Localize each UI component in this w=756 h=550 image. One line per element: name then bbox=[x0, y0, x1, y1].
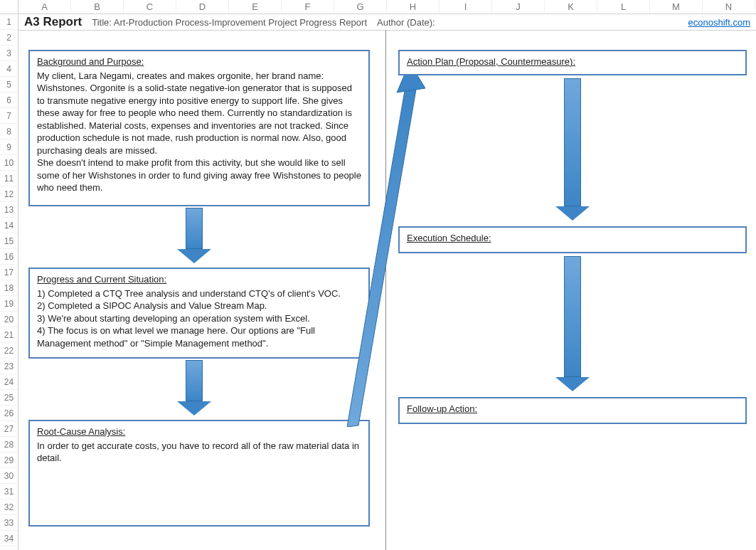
box-actionplan: Action Plan (Proposal, Countermeasure): bbox=[398, 50, 747, 75]
row-header[interactable]: 9 bbox=[0, 139, 18, 155]
box-rootcause: Root-Cause Analysis: In order to get acc… bbox=[28, 420, 370, 527]
box-progress-body: 1) Completed a CTQ Tree analysis and und… bbox=[37, 287, 361, 350]
row-header[interactable]: 30 bbox=[0, 468, 18, 484]
column-header[interactable]: I bbox=[440, 0, 492, 14]
row-header[interactable]: 7 bbox=[0, 108, 18, 124]
row-header[interactable]: 24 bbox=[0, 374, 18, 390]
row-header[interactable]: 3 bbox=[0, 46, 18, 61]
box-background: Background and Purpose: My client, Lara … bbox=[28, 50, 370, 206]
row-header[interactable]: 12 bbox=[0, 186, 18, 202]
row-header[interactable]: 11 bbox=[0, 171, 18, 186]
row-headers: 1234567891011121314151617181920212223242… bbox=[0, 14, 18, 550]
row-header[interactable]: 6 bbox=[0, 92, 18, 108]
row-header[interactable]: 2 bbox=[0, 30, 18, 46]
center-divider bbox=[385, 30, 386, 550]
column-headers: ABCDEFGHIJKLMN bbox=[0, 0, 756, 14]
column-header[interactable]: B bbox=[71, 0, 124, 14]
row-header[interactable]: 34 bbox=[0, 531, 18, 546]
column-header[interactable]: C bbox=[124, 0, 176, 14]
column-header[interactable]: N bbox=[703, 0, 755, 14]
box-progress-title: Progress and Current Situation: bbox=[37, 273, 361, 286]
column-header[interactable]: F bbox=[282, 0, 334, 14]
column-header[interactable]: G bbox=[334, 0, 387, 14]
row-header[interactable]: 31 bbox=[0, 484, 18, 499]
report-label: A3 Report bbox=[24, 15, 82, 29]
row-header[interactable]: 33 bbox=[0, 515, 18, 531]
row-header[interactable]: 29 bbox=[0, 453, 18, 468]
link-econoshift[interactable]: econoshift.com bbox=[688, 17, 750, 28]
row-header[interactable]: 15 bbox=[0, 233, 18, 249]
header-row: A3 Report Title: Art-Production Process-… bbox=[24, 14, 750, 30]
arrow-down-icon bbox=[177, 360, 211, 416]
box-schedule: Execution Schedule: bbox=[398, 226, 747, 253]
column-header[interactable]: H bbox=[387, 0, 440, 14]
title-label: Title: Art-Production Process-Improvemen… bbox=[92, 17, 367, 28]
row-header[interactable]: 16 bbox=[0, 249, 18, 265]
author-label: Author (Date): bbox=[377, 17, 435, 28]
row-header[interactable]: 22 bbox=[0, 343, 18, 359]
row-header[interactable]: 19 bbox=[0, 296, 18, 312]
row-header[interactable]: 5 bbox=[0, 77, 18, 92]
box-background-title: Background and Purpose: bbox=[37, 55, 361, 68]
box-background-body: My client, Lara Negami, creates and make… bbox=[37, 70, 361, 194]
row-header[interactable]: 27 bbox=[0, 421, 18, 437]
arrow-down-icon bbox=[555, 78, 590, 221]
row-header[interactable]: 21 bbox=[0, 327, 18, 343]
arrow-down-icon bbox=[555, 256, 590, 391]
row-header[interactable]: 20 bbox=[0, 312, 18, 327]
row-header[interactable]: 32 bbox=[0, 499, 18, 515]
column-header[interactable]: A bbox=[18, 0, 71, 14]
row-header[interactable]: 28 bbox=[0, 437, 18, 453]
box-progress: Progress and Current Situation: 1) Compl… bbox=[28, 268, 370, 359]
row-header[interactable]: 10 bbox=[0, 155, 18, 171]
box-actionplan-title: Action Plan (Proposal, Countermeasure): bbox=[407, 55, 738, 68]
column-header[interactable]: M bbox=[650, 0, 703, 14]
row-header[interactable]: 17 bbox=[0, 265, 18, 280]
box-followup: Follow-up Action: bbox=[398, 397, 747, 424]
row-header[interactable]: 13 bbox=[0, 202, 18, 218]
row-header[interactable]: 23 bbox=[0, 359, 18, 374]
column-header[interactable]: K bbox=[545, 0, 597, 14]
box-followup-title: Follow-up Action: bbox=[407, 403, 738, 416]
row-header[interactable]: 8 bbox=[0, 124, 18, 139]
row-header[interactable]: 26 bbox=[0, 406, 18, 421]
row-header[interactable]: 14 bbox=[0, 218, 18, 233]
row-header[interactable]: 18 bbox=[0, 280, 18, 296]
arrow-down-icon bbox=[177, 208, 211, 263]
column-header[interactable]: E bbox=[229, 0, 282, 14]
row-header[interactable]: 1 bbox=[0, 14, 18, 30]
column-header[interactable]: J bbox=[492, 0, 545, 14]
row-header[interactable]: 25 bbox=[0, 390, 18, 406]
header-divider bbox=[18, 30, 756, 31]
sheet-area: A3 Report Title: Art-Production Process-… bbox=[18, 14, 756, 550]
column-header[interactable]: D bbox=[176, 0, 229, 14]
box-schedule-title: Execution Schedule: bbox=[407, 232, 738, 245]
box-rootcause-title: Root-Cause Analysis: bbox=[37, 425, 361, 438]
header-corner bbox=[0, 0, 18, 14]
row-header[interactable]: 4 bbox=[0, 61, 18, 77]
box-rootcause-body: In order to get accurate costs, you have… bbox=[37, 440, 361, 465]
column-header[interactable]: L bbox=[597, 0, 650, 14]
